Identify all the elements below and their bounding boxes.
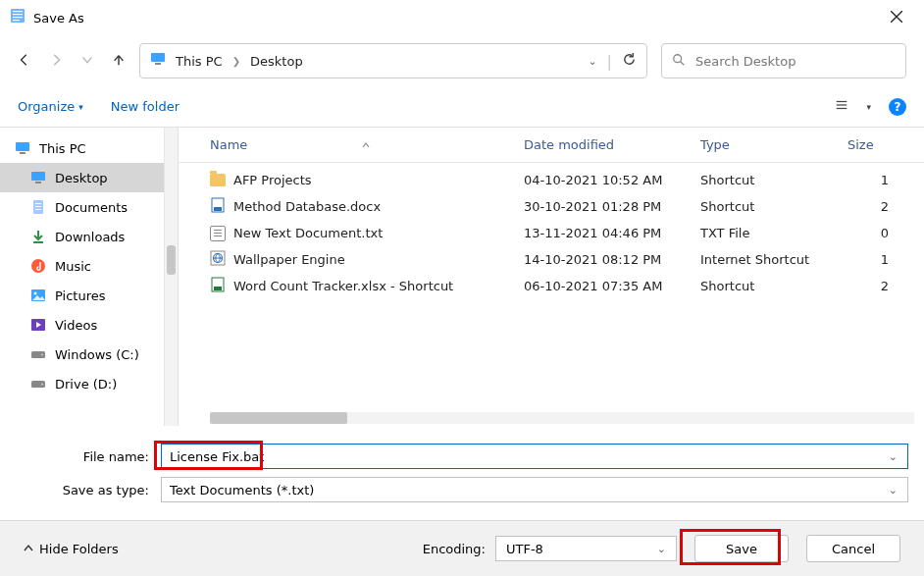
svg-point-28 bbox=[41, 354, 43, 356]
svg-rect-2 bbox=[13, 14, 23, 15]
svg-point-25 bbox=[34, 292, 37, 295]
sidebar: This PCDesktopDocumentsDownloadsMusicPic… bbox=[0, 128, 179, 426]
sidebar-item-label: Windows (C:) bbox=[55, 347, 139, 362]
pc-icon bbox=[150, 51, 166, 71]
hide-folders-toggle[interactable]: Hide Folders bbox=[24, 542, 119, 556]
sidebar-scrollbar[interactable] bbox=[164, 128, 178, 426]
sidebar-item-downloads[interactable]: Downloads bbox=[0, 222, 178, 251]
breadcrumb-item[interactable]: Desktop bbox=[250, 54, 303, 69]
nav-up-button[interactable] bbox=[112, 52, 126, 71]
nav-back-button[interactable] bbox=[18, 52, 31, 71]
file-name: AFP Projects bbox=[233, 173, 312, 187]
pc-icon bbox=[14, 139, 31, 157]
file-date: 04-10-2021 10:52 AM bbox=[524, 173, 700, 187]
svg-rect-20 bbox=[35, 206, 41, 207]
svg-rect-32 bbox=[214, 207, 222, 211]
sidebar-item-drive-d-[interactable]: Drive (D:) bbox=[0, 369, 178, 398]
file-type: TXT File bbox=[700, 226, 847, 240]
sidebar-item-windows-c-[interactable]: Windows (C:) bbox=[0, 340, 178, 369]
address-dropdown[interactable]: ⌄ bbox=[588, 55, 596, 68]
file-date: 30-10-2021 01:28 PM bbox=[524, 199, 700, 214]
chevron-down-icon: ⌄ bbox=[657, 543, 666, 555]
sidebar-item-documents[interactable]: Documents bbox=[0, 192, 178, 222]
column-name[interactable]: Name bbox=[210, 137, 524, 152]
newfolder-button[interactable]: New folder bbox=[111, 99, 180, 114]
sidebar-item-label: Videos bbox=[55, 318, 97, 333]
down-icon bbox=[29, 228, 47, 245]
column-date[interactable]: Date modified bbox=[524, 137, 700, 152]
doc-icon bbox=[29, 198, 47, 216]
svg-line-10 bbox=[681, 61, 685, 65]
file-type: Shortcut bbox=[700, 279, 847, 293]
notepad-icon bbox=[10, 8, 26, 27]
column-type[interactable]: Type bbox=[700, 137, 847, 152]
sidebar-item-videos[interactable]: Videos bbox=[0, 310, 178, 340]
help-button[interactable]: ? bbox=[889, 98, 906, 116]
column-size[interactable]: Size bbox=[847, 137, 906, 152]
nav-recent-button[interactable] bbox=[80, 52, 94, 71]
svg-rect-1 bbox=[13, 11, 23, 12]
refresh-button[interactable] bbox=[622, 52, 637, 71]
file-size: 2 bbox=[847, 279, 906, 293]
savetype-select[interactable]: Text Documents (*.txt) ⌄ bbox=[161, 477, 908, 502]
file-row[interactable]: New Text Document.txt13-11-2021 04:46 PM… bbox=[179, 220, 924, 246]
savetype-label: Save as type: bbox=[16, 483, 153, 497]
sidebar-item-label: Pictures bbox=[55, 288, 105, 303]
file-date: 14-10-2021 08:12 PM bbox=[524, 252, 700, 267]
svg-rect-21 bbox=[35, 209, 41, 210]
window-title: Save As bbox=[33, 11, 84, 26]
svg-rect-17 bbox=[35, 182, 41, 183]
svg-rect-19 bbox=[35, 203, 41, 204]
xls-icon bbox=[210, 277, 226, 295]
file-date: 13-11-2021 04:46 PM bbox=[524, 226, 700, 240]
sidebar-item-music[interactable]: Music bbox=[0, 251, 178, 281]
sidebar-item-desktop[interactable]: Desktop bbox=[0, 163, 178, 192]
file-size: 1 bbox=[847, 173, 906, 187]
sidebar-item-pictures[interactable]: Pictures bbox=[0, 281, 178, 310]
search-icon bbox=[672, 53, 686, 70]
svg-rect-15 bbox=[20, 152, 26, 154]
file-name: Word Count Tracker.xlsx - Shortcut bbox=[233, 279, 453, 293]
folder-icon bbox=[210, 174, 226, 186]
doc-icon bbox=[210, 197, 226, 216]
search-input[interactable]: Search Desktop bbox=[661, 43, 906, 79]
file-row[interactable]: Wallpaper Engine14-10-2021 08:12 PMInter… bbox=[179, 246, 924, 273]
breadcrumb-item[interactable]: This PC bbox=[176, 54, 223, 69]
view-menu[interactable] bbox=[835, 97, 848, 116]
filename-input[interactable]: ⌄ bbox=[161, 444, 908, 469]
nav-forward-button[interactable] bbox=[49, 52, 63, 71]
horizontal-scrollbar[interactable] bbox=[210, 412, 914, 424]
search-placeholder: Search Desktop bbox=[695, 54, 796, 69]
file-type: Shortcut bbox=[700, 173, 847, 187]
url-icon bbox=[210, 250, 226, 269]
encoding-select[interactable]: UTF-8 ⌄ bbox=[495, 536, 677, 561]
file-type: Internet Shortcut bbox=[700, 252, 847, 267]
file-row[interactable]: Word Count Tracker.xlsx - Shortcut06-10-… bbox=[179, 273, 924, 299]
svg-point-30 bbox=[41, 384, 43, 386]
chevron-up-icon bbox=[24, 544, 33, 553]
music-icon bbox=[29, 257, 47, 275]
sort-indicator bbox=[361, 140, 371, 150]
cancel-button[interactable]: Cancel bbox=[806, 535, 900, 562]
address-bar[interactable]: This PC ❯ Desktop ⌄ | bbox=[139, 43, 647, 79]
chevron-down-icon: ⌄ bbox=[889, 450, 898, 463]
file-row[interactable]: AFP Projects04-10-2021 10:52 AMShortcut1 bbox=[179, 167, 924, 193]
organize-menu[interactable]: Organize▾ bbox=[18, 99, 83, 114]
file-row[interactable]: Method Database.docx30-10-2021 01:28 PMS… bbox=[179, 193, 924, 220]
close-button[interactable] bbox=[881, 6, 912, 29]
view-dropdown[interactable]: ▾ bbox=[866, 102, 871, 112]
encoding-label: Encoding: bbox=[423, 542, 486, 556]
filename-label: File name: bbox=[16, 449, 153, 464]
sidebar-item-this-pc[interactable]: This PC bbox=[0, 133, 178, 163]
chevron-down-icon: ⌄ bbox=[889, 484, 898, 497]
drive-icon bbox=[29, 345, 47, 363]
save-button[interactable]: Save bbox=[694, 535, 789, 562]
sidebar-item-label: Documents bbox=[55, 200, 128, 215]
file-size: 0 bbox=[847, 226, 906, 240]
svg-point-23 bbox=[31, 259, 45, 273]
sidebar-item-label: This PC bbox=[39, 141, 86, 156]
svg-point-9 bbox=[674, 54, 682, 62]
txt-icon bbox=[210, 226, 226, 241]
svg-rect-3 bbox=[13, 17, 23, 18]
pictures-icon bbox=[29, 287, 47, 304]
